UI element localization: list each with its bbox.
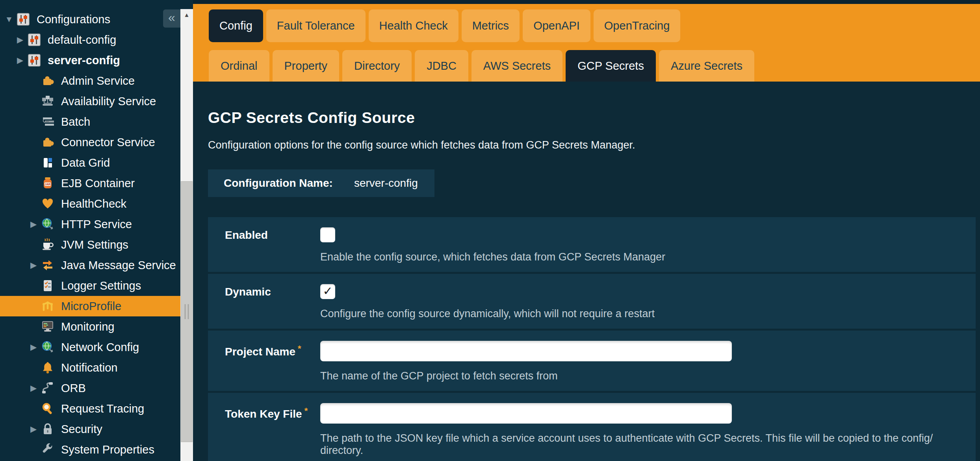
sidebar-item-batch[interactable]: Batch: [0, 112, 180, 132]
sidebar-item-notification[interactable]: Notification: [0, 357, 180, 378]
tab-ordinal[interactable]: Ordinal: [209, 50, 269, 82]
field-help-text: Enable the config source, which fetches …: [320, 251, 968, 263]
tab-label: AWS Secrets: [483, 59, 551, 72]
tab-label: GCP Secrets: [577, 59, 644, 72]
token-key-file-input[interactable]: [320, 403, 732, 424]
sidebar-item-java-message-service[interactable]: ▶Java Message Service: [0, 255, 180, 275]
scrollbar-track[interactable]: ▲: [180, 9, 193, 461]
field-row-dynamic: Dynamic✓Configure the config source dyna…: [208, 274, 976, 329]
sidebar-item-logger-settings[interactable]: Logger Settings: [0, 275, 180, 296]
sidebar-item-label: Java Message Service: [61, 259, 176, 272]
top-strip: [193, 0, 980, 4]
config-sliders-icon: [16, 12, 31, 26]
form-fields: EnabledEnable the config source, which f…: [208, 217, 976, 461]
sidebar-item-http-service[interactable]: ▶HTTP Service: [0, 214, 180, 234]
sidebar-item-default-config[interactable]: ▶default-config: [0, 30, 180, 50]
tab-config[interactable]: Config: [209, 9, 263, 42]
thumb-grip-icon: [185, 304, 189, 319]
field-control: The name of the GCP project to fetch sec…: [320, 341, 968, 382]
heart-icon: [40, 197, 55, 211]
sidebar-item-monitoring[interactable]: Monitoring: [0, 316, 180, 337]
field-label: Dynamic: [225, 284, 320, 320]
tab-aws-secrets[interactable]: AWS Secrets: [471, 50, 562, 82]
scrollbar-thumb[interactable]: [181, 181, 193, 442]
tab-openapi[interactable]: OpenAPI: [523, 9, 590, 42]
chevron-right-icon[interactable]: ▶: [13, 50, 27, 71]
sidebar-collapse-button[interactable]: «: [163, 9, 180, 28]
tab-azure-secrets[interactable]: Azure Secrets: [659, 50, 754, 82]
coffee-cup-icon: [40, 238, 55, 252]
wrench-icon: [40, 442, 55, 457]
primary-tab-bar: ConfigFault ToleranceHealth CheckMetrics…: [193, 4, 980, 42]
sidebar-item-ejb-container[interactable]: JAREJB Container: [0, 173, 180, 193]
scrollbar-up-button[interactable]: ▲: [180, 9, 193, 20]
sidebar-item-availability-service[interactable]: Availability Service: [0, 91, 180, 112]
tab-label: Ordinal: [221, 59, 258, 72]
field-row-enabled: EnabledEnable the config source, which f…: [208, 217, 976, 272]
sidebar-item-security[interactable]: ▶Security: [0, 419, 180, 439]
sidebar-item-label: HealthCheck: [61, 197, 126, 210]
chevron-right-icon[interactable]: ▶: [27, 214, 40, 234]
sidebar-item-healthcheck[interactable]: HealthCheck: [0, 193, 180, 214]
sidebar-item-system-properties[interactable]: System Properties: [0, 439, 180, 460]
sidebar-item-microprofile[interactable]: MicroProfile: [0, 296, 180, 316]
tab-metrics[interactable]: Metrics: [462, 9, 520, 42]
sidebar-item-jvm-settings[interactable]: JVM Settings: [0, 234, 180, 255]
field-label-text: Token Key File: [225, 408, 302, 420]
tab-health-check[interactable]: Health Check: [369, 9, 458, 42]
chevron-right-icon[interactable]: ▶: [27, 378, 40, 398]
tab-directory[interactable]: Directory: [342, 50, 412, 82]
tab-label: Config: [219, 19, 252, 32]
sidebar-item-label: default-config: [48, 33, 116, 46]
chevron-right-icon[interactable]: ▶: [13, 30, 27, 50]
dynamic-checkbox[interactable]: ✓: [320, 284, 335, 299]
sidebar-item-label: MicroProfile: [61, 300, 121, 313]
configuration-name-panel: Configuration Name: server-config: [208, 169, 434, 197]
sidebar-item-configurations[interactable]: ▼Configurations: [0, 9, 180, 30]
chevron-down-icon[interactable]: ▼: [2, 9, 16, 30]
navigation-sidebar: ▼Configurations▶default-config▶server-co…: [0, 0, 180, 461]
sidebar-item-label: System Properties: [61, 443, 154, 456]
sidebar-item-label: Request Tracing: [61, 402, 144, 415]
field-label-text: Project Name: [225, 346, 295, 358]
lock-icon: [40, 422, 55, 436]
field-control: The path to the JSON key file which a se…: [320, 403, 968, 457]
tab-header-band: ConfigFault ToleranceHealth CheckMetrics…: [193, 4, 980, 82]
tab-opentracing[interactable]: OpenTracing: [594, 9, 681, 42]
tab-property[interactable]: Property: [273, 50, 340, 82]
chevron-right-icon[interactable]: ▶: [27, 255, 40, 275]
tab-jdbc[interactable]: JDBC: [415, 50, 468, 82]
tab-fault-tolerance[interactable]: Fault Tolerance: [266, 9, 366, 42]
sidebar-scrollbar[interactable]: ▲: [180, 0, 193, 461]
project-name-input[interactable]: [320, 341, 732, 361]
sidebar-item-data-grid[interactable]: Data Grid: [0, 152, 180, 173]
sidebar-item-label: server-config: [48, 54, 120, 67]
main-panel: ConfigFault ToleranceHealth CheckMetrics…: [193, 0, 980, 461]
config-tree: ▼Configurations▶default-config▶server-co…: [0, 0, 180, 460]
field-control: ✓Configure the config source dynamically…: [320, 284, 968, 320]
sidebar-item-label: Network Config: [61, 341, 139, 354]
sidebar-item-request-tracing[interactable]: Request Tracing: [0, 398, 180, 419]
config-sliders-icon: [27, 33, 42, 47]
sidebar-item-server-config[interactable]: ▶server-config: [0, 50, 180, 71]
sidebar-item-label: Security: [61, 423, 102, 436]
enabled-checkbox[interactable]: [320, 227, 335, 242]
puzzle-piece-icon: [40, 74, 55, 88]
required-asterisk: *: [302, 406, 308, 416]
tab-label: OpenTracing: [604, 19, 670, 32]
sidebar-item-admin-service[interactable]: Admin Service: [0, 71, 180, 91]
sidebar-item-connector-service[interactable]: Connector Service: [0, 132, 180, 152]
field-label-text: Dynamic: [225, 286, 271, 298]
collapse-chevrons-icon: «: [168, 11, 175, 24]
tab-label: Azure Secrets: [671, 59, 742, 72]
chevron-right-icon[interactable]: ▶: [27, 419, 40, 439]
configuration-name-value: server-config: [354, 177, 418, 190]
chevron-right-icon[interactable]: ▶: [27, 337, 40, 357]
tab-gcp-secrets[interactable]: GCP Secrets: [566, 50, 656, 82]
secondary-tab-bar: OrdinalPropertyDirectoryJDBCAWS SecretsG…: [193, 50, 980, 82]
availability-network-icon: [40, 94, 55, 108]
sidebar-item-label: HTTP Service: [61, 218, 132, 231]
sidebar-item-orb[interactable]: ▶ORB: [0, 378, 180, 398]
sidebar-item-network-config[interactable]: ▶Network Config: [0, 337, 180, 357]
tab-label: OpenAPI: [533, 19, 580, 32]
